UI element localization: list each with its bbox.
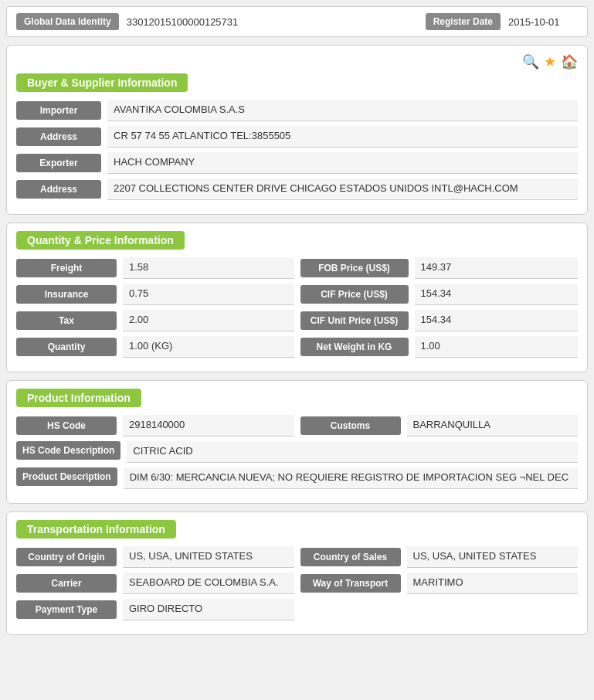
qp-left-value-0: 1.58: [123, 257, 294, 279]
prod-desc-row: Product Description DIM 6/30: MERCANCIA …: [16, 467, 578, 489]
qp-right-col-2: CIF Unit Price (US$)154.34: [300, 310, 579, 331]
qp-left-col-3: Quantity1.00 (KG): [16, 336, 294, 358]
transport-right-value-0: US, USA, UNITED STATES: [407, 546, 579, 568]
qp-right-value-2: 154.34: [415, 310, 579, 331]
customs-value: BARRANQUILLA: [407, 415, 579, 437]
quantity-price-section: Quantity & Price Information Freight1.58…: [6, 223, 588, 372]
buyer-supplier-fields: ImporterAVANTIKA COLOMBIA S.A.SAddressCR…: [16, 100, 578, 200]
transport-right-col-1: Way of TransportMARITIMO: [300, 573, 579, 594]
hs-code-value: 2918140000: [123, 415, 294, 437]
transport-left-label-0: Country of Origin: [16, 548, 117, 566]
buyer-supplier-label-3: Address: [16, 180, 101, 199]
top-bar: Global Data Identity 3301201510000012573…: [6, 6, 588, 37]
qp-right-value-3: 1.00: [415, 336, 579, 358]
register-date-label: Register Date: [426, 13, 501, 30]
qp-left-value-3: 1.00 (KG): [123, 336, 294, 358]
star-icon[interactable]: ★: [544, 53, 556, 70]
qp-right-value-1: 154.34: [415, 284, 579, 305]
qp-right-label-2: CIF Unit Price (US$): [300, 311, 409, 330]
qp-row-3: Quantity1.00 (KG)Net Weight in KG1.00: [16, 336, 578, 358]
buyer-supplier-label-2: Exporter: [16, 154, 101, 172]
transport-left-value-0: US, USA, UNITED STATES: [123, 546, 294, 568]
buyer-supplier-row-0: ImporterAVANTIKA COLOMBIA S.A.S: [16, 100, 578, 121]
transport-right-col-2: [300, 599, 579, 620]
transport-section: Transportation Information Country of Or…: [6, 511, 588, 635]
prod-desc-label: Product Description: [16, 467, 117, 486]
qp-left-label-3: Quantity: [16, 338, 117, 356]
transport-header: Transportation Information: [16, 520, 176, 539]
buyer-supplier-row-2: ExporterHACH COMPANY: [16, 152, 578, 174]
hs-desc-label: HS Code Description: [16, 441, 120, 460]
buyer-supplier-label-1: Address: [16, 127, 101, 146]
hs-desc-value: CITRIC ACID: [127, 441, 578, 463]
buyer-supplier-row-3: Address2207 COLLECTIONS CENTER DRIVE CHI…: [16, 178, 578, 200]
transport-right-label-1: Way of Transport: [300, 574, 401, 593]
transport-fields: Country of OriginUS, USA, UNITED STATESC…: [16, 546, 578, 620]
qp-left-label-0: Freight: [16, 259, 117, 277]
buyer-supplier-value-2: HACH COMPANY: [107, 152, 578, 174]
buyer-supplier-value-0: AVANTIKA COLOMBIA S.A.S: [107, 100, 578, 121]
qp-left-col-2: Tax2.00: [16, 310, 294, 331]
qp-row-1: Insurance0.75CIF Price (US$)154.34: [16, 284, 578, 305]
transport-row-2: Payment TypeGIRO DIRECTO: [16, 599, 578, 620]
qp-left-col-1: Insurance0.75: [16, 284, 294, 305]
transport-left-col-1: CarrierSEABOARD DE COLOMBIA S.A.: [16, 573, 294, 594]
buyer-supplier-value-1: CR 57 74 55 ATLANTICO TEL:3855505: [107, 126, 578, 148]
buyer-supplier-section: 🔍 ★ 🏠 Buyer & Supplier Information Impor…: [6, 45, 588, 215]
transport-left-label-1: Carrier: [16, 574, 117, 593]
qp-left-value-2: 2.00: [123, 310, 294, 331]
qp-left-col-0: Freight1.58: [16, 257, 294, 279]
hs-code-col: HS Code 2918140000: [16, 415, 294, 437]
quantity-price-fields: Freight1.58FOB Price (US$)149.37Insuranc…: [16, 257, 578, 358]
hs-desc-row: HS Code Description CITRIC ACID: [16, 441, 578, 463]
qp-right-col-3: Net Weight in KG1.00: [300, 336, 579, 358]
qp-right-col-0: FOB Price (US$)149.37: [300, 257, 579, 279]
product-header: Product Information: [16, 389, 141, 407]
qp-left-label-2: Tax: [16, 311, 117, 330]
global-id-label: Global Data Identity: [16, 13, 119, 30]
home-icon[interactable]: 🏠: [561, 53, 578, 70]
product-section: Product Information HS Code 2918140000 C…: [6, 380, 588, 504]
prod-desc-value: DIM 6/30: MERCANCIA NUEVA; NO REQUIERE R…: [124, 467, 578, 489]
qp-right-value-0: 149.37: [415, 257, 579, 279]
transport-left-value-1: SEABOARD DE COLOMBIA S.A.: [123, 573, 294, 594]
qp-left-label-1: Insurance: [16, 285, 117, 304]
customs-col: Customs BARRANQUILLA: [300, 415, 579, 437]
transport-left-label-2: Payment Type: [16, 600, 117, 619]
transport-right-value-1: MARITIMO: [407, 573, 579, 594]
transport-right-label-0: Country of Sales: [300, 548, 401, 566]
transport-right-col-0: Country of SalesUS, USA, UNITED STATES: [300, 546, 579, 568]
transport-row-1: CarrierSEABOARD DE COLOMBIA S.A.Way of T…: [16, 573, 578, 594]
register-date-value: 2015-10-01: [508, 16, 578, 28]
qp-row-0: Freight1.58FOB Price (US$)149.37: [16, 257, 578, 279]
buyer-supplier-header: Buyer & Supplier Information: [16, 73, 188, 92]
customs-label: Customs: [300, 416, 401, 435]
transport-left-col-0: Country of OriginUS, USA, UNITED STATES: [16, 546, 294, 568]
qp-right-label-0: FOB Price (US$): [300, 259, 409, 277]
hs-code-label: HS Code: [16, 416, 117, 435]
qp-right-col-1: CIF Price (US$)154.34: [300, 284, 579, 305]
transport-left-value-2: GIRO DIRECTO: [123, 599, 294, 620]
search-icon[interactable]: 🔍: [522, 53, 539, 70]
qp-left-value-1: 0.75: [123, 284, 294, 305]
buyer-supplier-row-1: AddressCR 57 74 55 ATLANTICO TEL:3855505: [16, 126, 578, 148]
transport-left-col-2: Payment TypeGIRO DIRECTO: [16, 599, 294, 620]
buyer-supplier-label-0: Importer: [16, 101, 101, 120]
qp-right-label-3: Net Weight in KG: [300, 338, 409, 356]
global-id-value: 33012015100000125731: [127, 16, 418, 28]
quantity-price-header: Quantity & Price Information: [16, 231, 185, 250]
transport-row-0: Country of OriginUS, USA, UNITED STATESC…: [16, 546, 578, 568]
qp-row-2: Tax2.00CIF Unit Price (US$)154.34: [16, 310, 578, 331]
buyer-supplier-value-3: 2207 COLLECTIONS CENTER DRIVE CHICAGO ES…: [107, 178, 578, 200]
hs-customs-row: HS Code 2918140000 Customs BARRANQUILLA: [16, 415, 578, 437]
qp-right-label-1: CIF Price (US$): [300, 285, 409, 304]
action-icons-row: 🔍 ★ 🏠: [16, 53, 578, 70]
